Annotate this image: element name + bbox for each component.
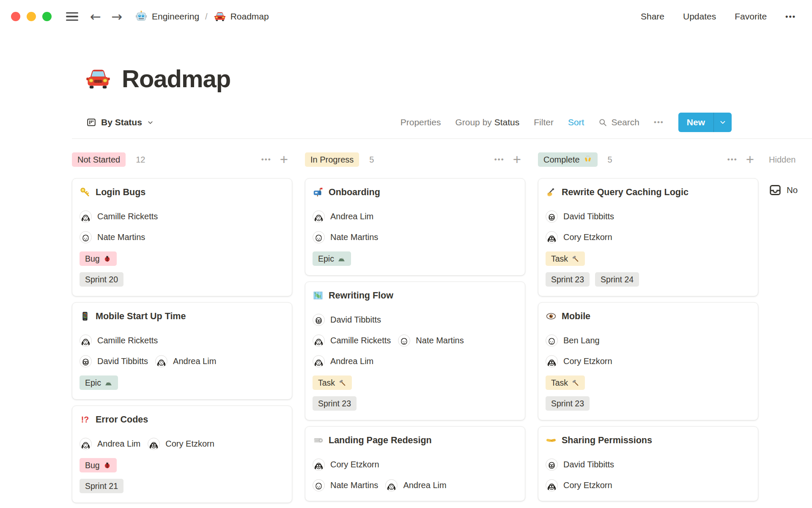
column-status-pill[interactable]: In Progress — [305, 152, 359, 167]
column-status-pill[interactable]: Complete — [538, 152, 598, 167]
avatar — [546, 334, 558, 347]
chevron-down-icon — [719, 119, 727, 126]
person-name: Nate Martins — [416, 336, 464, 345]
share-button[interactable]: Share — [641, 11, 664, 22]
minimize-window-button[interactable] — [27, 12, 36, 21]
board-icon — [86, 117, 96, 127]
person-name: Cory Etzkorn — [563, 480, 612, 490]
person-name: David Tibbitts — [563, 212, 614, 221]
forward-arrow-icon[interactable]: → — [111, 10, 122, 23]
card-title: Error Codes — [96, 414, 148, 425]
column-add-icon[interactable]: + — [513, 154, 521, 165]
sidebar-menu-icon[interactable] — [66, 12, 78, 21]
tag-epic: Epic — [313, 251, 351, 266]
column-add-icon[interactable]: + — [280, 154, 288, 165]
hammer-icon — [571, 255, 579, 263]
filter-button[interactable]: Filter — [534, 117, 554, 127]
card-person-row: Cory Etzkorn — [546, 355, 751, 367]
hammer-icon — [571, 379, 579, 387]
tag-bug: Bug — [80, 458, 117, 472]
card-title: Rewrite Query Caching Logic — [562, 187, 689, 198]
search-icon — [598, 118, 607, 127]
person: Andrea Lim — [155, 355, 216, 367]
inbox-icon — [769, 184, 782, 196]
tag-label: Sprint 21 — [85, 481, 118, 491]
column-count: 5 — [608, 155, 612, 165]
card-title: Sharing Permissions — [562, 435, 652, 446]
toolbar-more-icon[interactable]: ••• — [654, 118, 664, 127]
group-by-button[interactable]: Group by Status — [455, 117, 519, 127]
zoom-window-button[interactable] — [42, 12, 52, 21]
board-card[interactable]: Mobile Start Up TimeCamille RickettsDavi… — [72, 302, 292, 400]
person: David Tibbitts — [313, 314, 381, 326]
tag-label: Sprint 23 — [318, 399, 351, 409]
properties-button[interactable]: Properties — [401, 117, 441, 127]
card-person-row: Cory Etzkorn — [546, 479, 751, 491]
column-cards: Rewrite Query Caching LogicDavid Tibbitt… — [538, 178, 758, 501]
search-label: Search — [611, 117, 639, 127]
breadcrumb-item-roadmap[interactable]: Roadmap — [214, 10, 269, 23]
car-icon[interactable] — [85, 65, 112, 92]
card-title-row: Rewriting Flow — [313, 288, 518, 303]
board-card[interactable]: Sharing PermissionsDavid TibbittsCory Et… — [538, 426, 758, 501]
column-actions: •••+ — [727, 154, 758, 165]
avatar — [313, 231, 325, 243]
card-tag-row: Task — [313, 375, 518, 390]
person: Cory Etzkorn — [313, 458, 379, 471]
new-button[interactable]: New — [678, 113, 732, 132]
card-person-row: Nate MartinsAndrea Lim — [313, 479, 518, 491]
column-status-pill[interactable]: Not Started — [72, 152, 126, 167]
card-person-row: Camille RickettsNate Martins — [313, 334, 518, 347]
board-card[interactable]: MobileBen LangCory EtzkornTaskSprint 23 — [538, 302, 758, 420]
board-card[interactable]: OnboardingAndrea LimNate MartinsEpic — [305, 178, 525, 276]
more-options-icon[interactable]: ••• — [785, 12, 796, 21]
board-card[interactable]: Rewrite Query Caching LogicDavid Tibbitt… — [538, 178, 758, 296]
person: Andrea Lim — [313, 355, 373, 367]
person-name: Camille Ricketts — [97, 336, 158, 345]
tag-task: Task — [546, 251, 585, 266]
avatar — [546, 231, 558, 243]
column-add-icon[interactable]: + — [746, 154, 754, 165]
card-title: Landing Page Redesign — [329, 435, 432, 446]
card-title: Mobile — [562, 311, 590, 322]
column-more-icon[interactable]: ••• — [261, 155, 272, 164]
avatar — [80, 231, 92, 243]
handshake-icon — [546, 435, 557, 446]
board-card[interactable]: Landing Page RedesignCory EtzkornNate Ma… — [305, 426, 525, 501]
tag-task: Task — [546, 375, 585, 390]
view-switcher[interactable]: By Status — [86, 117, 154, 127]
toolbar-divider — [72, 138, 812, 139]
avatar — [313, 210, 325, 223]
column-more-icon[interactable]: ••• — [494, 155, 505, 164]
new-button-caret[interactable] — [713, 113, 732, 132]
page-title[interactable]: Roadmap — [122, 64, 230, 93]
column-count: 5 — [369, 155, 374, 165]
robot-icon — [135, 10, 148, 23]
search-button[interactable]: Search — [598, 117, 639, 127]
card-title: Rewriting Flow — [329, 290, 393, 301]
column-more-icon[interactable]: ••• — [727, 155, 738, 164]
card-person-row: Cory Etzkorn — [313, 458, 518, 471]
card-title-row: Rewrite Query Caching Logic — [546, 185, 751, 199]
avatar — [80, 210, 92, 223]
tag-label: Bug — [85, 461, 100, 470]
card-person-row: Cory Etzkorn — [546, 231, 751, 243]
favorite-button[interactable]: Favorite — [735, 11, 767, 22]
sort-button[interactable]: Sort — [568, 117, 584, 127]
person-name: Andrea Lim — [173, 356, 216, 366]
person-name: Cory Etzkorn — [330, 460, 379, 469]
updates-button[interactable]: Updates — [683, 11, 716, 22]
back-arrow-icon[interactable]: ← — [90, 10, 101, 23]
hidden-group-no-status[interactable]: No — [769, 184, 798, 196]
board-card[interactable]: Rewriting FlowDavid TibbittsCamille Rick… — [305, 282, 525, 420]
board-card[interactable]: Login BugsCamille RickettsNate MartinsBu… — [72, 178, 292, 296]
board-card[interactable]: !?Error CodesAndrea LimCory EtzkornBugSp… — [72, 406, 292, 503]
column-status-label: Complete — [543, 155, 580, 165]
svg-text:!?: !? — [81, 415, 89, 424]
breadcrumb-label: Roadmap — [230, 11, 269, 22]
tag-sprint-21: Sprint 21 — [80, 479, 123, 493]
breadcrumb-item-engineering[interactable]: Engineering — [135, 10, 199, 23]
column-header: Not Started12•••+ — [72, 152, 292, 167]
card-person-row: David Tibbitts — [313, 314, 518, 326]
close-window-button[interactable] — [11, 12, 20, 21]
